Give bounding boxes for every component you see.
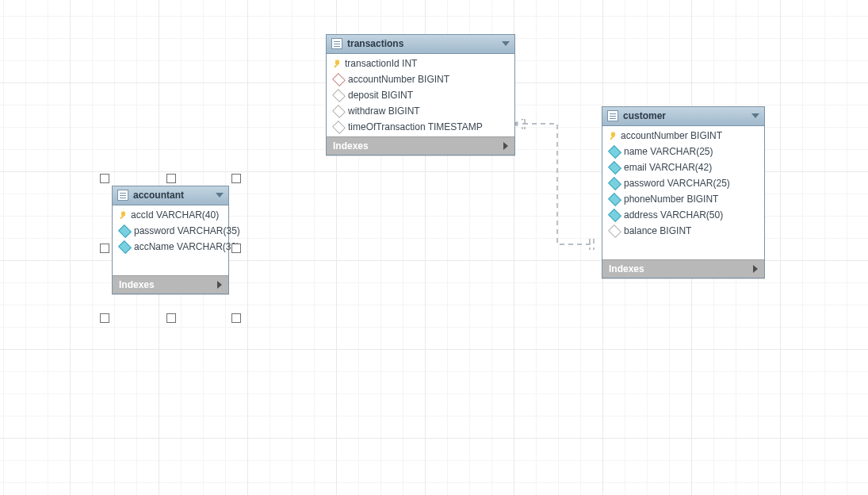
- resize-handle[interactable]: [100, 174, 109, 183]
- primary-key-icon: [331, 57, 344, 70]
- collapse-icon[interactable]: [751, 113, 759, 118]
- table-icon: [607, 110, 618, 121]
- table-customer[interactable]: customer accountNumber BIGINT name VARCH…: [602, 106, 765, 278]
- column[interactable]: password VARCHAR(35): [113, 223, 228, 239]
- table-transactions[interactable]: transactions transactionId INT accountNu…: [326, 34, 515, 155]
- column-text: transactionId INT: [345, 58, 417, 69]
- columns-list: accountNumber BIGINT name VARCHAR(25) em…: [602, 126, 764, 240]
- nullable-icon: [332, 89, 346, 102]
- column-text: deposit BIGINT: [348, 90, 413, 101]
- expand-icon[interactable]: [217, 281, 222, 289]
- table-header[interactable]: accountant: [113, 186, 228, 205]
- indexes-label: Indexes: [333, 140, 369, 152]
- column-text: timeOfTransaction TIMESTAMP: [348, 121, 483, 132]
- table-spacer: [602, 240, 764, 259]
- column[interactable]: address VARCHAR(50): [602, 207, 764, 223]
- column[interactable]: accId VARCHAR(40): [113, 207, 228, 223]
- column-text: phoneNumber BIGINT: [624, 194, 718, 205]
- column[interactable]: deposit BIGINT: [327, 87, 514, 103]
- table-icon: [117, 190, 128, 201]
- columns-list: accId VARCHAR(40) password VARCHAR(35) a…: [113, 205, 228, 256]
- column[interactable]: accountNumber BIGINT: [602, 128, 764, 144]
- resize-handle[interactable]: [166, 313, 176, 323]
- primary-key-icon: [117, 209, 130, 221]
- column[interactable]: phoneNumber BIGINT: [602, 191, 764, 207]
- indexes-label: Indexes: [609, 263, 644, 274]
- resize-handle[interactable]: [231, 174, 241, 183]
- columns-list: transactionId INT accountNumber BIGINT d…: [327, 54, 514, 136]
- expand-icon[interactable]: [503, 142, 508, 150]
- column-text: accountNumber BIGINT: [348, 74, 449, 85]
- notnull-icon: [608, 177, 621, 190]
- notnull-icon: [608, 161, 621, 175]
- foreign-key-icon: [332, 73, 346, 86]
- nullable-icon: [332, 105, 346, 118]
- expand-icon[interactable]: [753, 265, 758, 273]
- column-text: accId VARCHAR(40): [131, 209, 219, 221]
- column[interactable]: transactionId INT: [327, 56, 514, 71]
- column-text: address VARCHAR(50): [624, 209, 723, 221]
- collapse-icon[interactable]: [502, 41, 510, 46]
- column[interactable]: accName VARCHAR(30): [113, 239, 228, 255]
- column[interactable]: password VARCHAR(25): [602, 175, 764, 191]
- notnull-icon: [608, 145, 621, 159]
- primary-key-icon: [607, 129, 620, 142]
- notnull-icon: [118, 240, 132, 254]
- nullable-icon: [608, 224, 621, 238]
- column-text: withdraw BIGINT: [348, 106, 420, 117]
- erd-canvas[interactable]: accountant accId VARCHAR(40) password VA…: [0, 0, 868, 495]
- resize-handle[interactable]: [100, 313, 109, 323]
- column-text: password VARCHAR(35): [134, 225, 240, 236]
- indexes-label: Indexes: [119, 279, 155, 290]
- column[interactable]: balance BIGINT: [602, 223, 764, 239]
- column-text: name VARCHAR(25): [624, 146, 713, 157]
- collapse-icon[interactable]: [216, 193, 224, 198]
- indexes-section[interactable]: Indexes: [602, 259, 764, 278]
- column-text: accName VARCHAR(30): [134, 241, 239, 252]
- column-text: balance BIGINT: [624, 225, 691, 236]
- notnull-icon: [118, 224, 132, 238]
- column[interactable]: name VARCHAR(25): [602, 144, 764, 159]
- table-title: accountant: [133, 190, 184, 201]
- table-accountant[interactable]: accountant accId VARCHAR(40) password VA…: [112, 186, 229, 294]
- table-spacer: [113, 256, 228, 275]
- resize-handle[interactable]: [100, 244, 109, 253]
- table-header[interactable]: customer: [602, 107, 764, 126]
- indexes-section[interactable]: Indexes: [113, 275, 228, 294]
- table-title: customer: [623, 110, 666, 121]
- notnull-icon: [608, 193, 621, 206]
- notnull-icon: [608, 209, 621, 222]
- resize-handle[interactable]: [231, 313, 241, 323]
- table-icon: [331, 38, 342, 49]
- indexes-section[interactable]: Indexes: [327, 136, 514, 155]
- column-text: email VARCHAR(42): [624, 162, 712, 173]
- resize-handle[interactable]: [231, 244, 241, 253]
- column-text: password VARCHAR(25): [624, 178, 730, 189]
- column[interactable]: timeOfTransaction TIMESTAMP: [327, 119, 514, 135]
- column[interactable]: accountNumber BIGINT: [327, 71, 514, 87]
- relationship-connector[interactable]: [514, 119, 602, 254]
- column[interactable]: email VARCHAR(42): [602, 159, 764, 175]
- column[interactable]: withdraw BIGINT: [327, 103, 514, 119]
- table-title: transactions: [347, 38, 403, 49]
- table-header[interactable]: transactions: [327, 35, 514, 54]
- nullable-icon: [332, 121, 346, 134]
- column-text: accountNumber BIGINT: [621, 130, 722, 141]
- resize-handle[interactable]: [166, 174, 176, 183]
